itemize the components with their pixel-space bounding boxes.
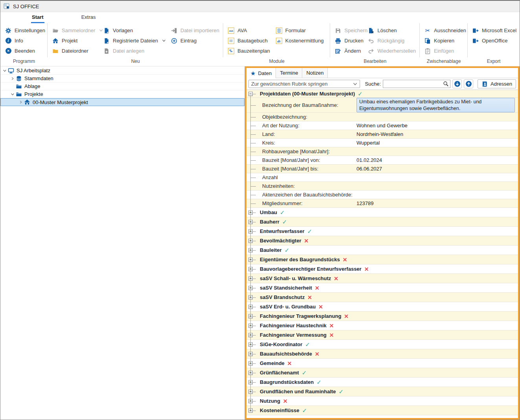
projektdaten-header-row[interactable]: −Projektdaten (00-Muster Musterprojekt)✓ bbox=[246, 90, 518, 98]
expand-expander[interactable]: + bbox=[248, 380, 253, 384]
ribbon-item-drucken[interactable]: Drucken bbox=[335, 37, 368, 45]
expand-expander[interactable]: + bbox=[248, 399, 253, 403]
expand-expander[interactable]: + bbox=[248, 370, 253, 375]
ribbon-item-kostenermittlung[interactable]: Kostenermittlung bbox=[276, 37, 326, 45]
section-row-fachingenieur-tragwerksplanung[interactable]: +Fachingenieur Tragwerksplanung✕ bbox=[246, 312, 518, 321]
expand-expander[interactable]: + bbox=[248, 352, 253, 356]
tree-item-00-muster-musterprojekt[interactable]: 00-Muster Musterprojekt bbox=[0, 98, 244, 106]
tab-daten[interactable]: ★ Daten bbox=[246, 68, 276, 78]
section-row-bauvorlageberechtiger-entwurfsverfasser[interactable]: +Bauvorlageberechtiger Entwurfsverfasser… bbox=[246, 264, 518, 274]
search-next-button[interactable] bbox=[452, 79, 462, 88]
chevron-down-icon[interactable] bbox=[10, 92, 15, 96]
expand-expander[interactable]: + bbox=[248, 248, 253, 252]
section-row-sasv-standsicherheit[interactable]: +saSV Standsicherheit✕ bbox=[246, 283, 518, 293]
section-row-sasv-erd-u-grundbau[interactable]: +saSV Erd- u. Grundbau✕ bbox=[246, 302, 518, 312]
expand-expander[interactable]: + bbox=[248, 210, 253, 215]
rubric-dropdown[interactable]: Zur gewünschten Rubrik springen bbox=[248, 80, 360, 88]
section-row-eigent-mer-des-baugrundst-cks[interactable]: +Eigentümer des Baugrundstücks✕ bbox=[246, 255, 518, 264]
expand-expander[interactable]: + bbox=[248, 342, 253, 347]
section-row-sasv-brandschutz[interactable]: +saSV Brandschutz✕ bbox=[246, 293, 518, 302]
ribbon-item-bauzeitenplan[interactable]: Bauzeitenplan bbox=[228, 47, 276, 55]
ribbon-item-kopieren[interactable]: Kopieren bbox=[424, 37, 466, 45]
collapse-expander[interactable]: − bbox=[248, 92, 253, 96]
ribbon-item-r-ckg-ngig[interactable]: Rückgängig bbox=[368, 37, 415, 45]
ribbon-item-ndern[interactable]: Ändern bbox=[335, 47, 368, 55]
field-value[interactable]: 01.02.2024 bbox=[356, 157, 518, 163]
ribbon-item-eintrag[interactable]: Eintrag bbox=[171, 37, 218, 45]
ribbon-item-l-schen[interactable]: Löschen bbox=[368, 26, 415, 35]
expand-expander[interactable]: + bbox=[248, 333, 253, 337]
field-row-objektbezeichnung[interactable]: Objektbezeichnung: bbox=[246, 113, 518, 121]
tree-item-sj-arbeitsplatz[interactable]: SJ Arbeitsplatz bbox=[0, 67, 244, 75]
ribbon-item-openoffice[interactable]: OpenOffice bbox=[472, 37, 516, 45]
field-row-bauzeit-monat-jahr-bis[interactable]: Bauzeit [Monat/Jahr] bis:06.06.2027 bbox=[246, 165, 518, 173]
ribbon-item-speichern[interactable]: Speichern bbox=[335, 26, 368, 35]
search-prev-button[interactable] bbox=[464, 79, 473, 88]
ribbon-item-datei-anlegen[interactable]: Datei anlegen bbox=[103, 47, 171, 55]
ribbon-tab-start[interactable]: Start bbox=[31, 12, 44, 23]
ribbon-item-ava[interactable]: AVAAVA bbox=[228, 26, 276, 35]
field-row-anzahl[interactable]: Anzahl bbox=[246, 173, 518, 182]
tree-item-ablage[interactable]: Ablage bbox=[0, 83, 244, 90]
tree-item-stammdaten[interactable]: Stammdaten bbox=[0, 75, 244, 83]
expand-expander[interactable]: + bbox=[248, 389, 253, 394]
section-row-grundfl-chen-und-rauminhalte[interactable]: +Grundflächen und Rauminhalte✓ bbox=[246, 387, 518, 396]
ribbon-item-vorlagen[interactable]: Vorlagen bbox=[103, 26, 171, 35]
expand-expander[interactable]: + bbox=[248, 276, 253, 281]
field-row-aktenzeichen-der-bauaufsichtsbeh-rde[interactable]: Aktenzeichen der Bauaufsichtsbehörde: bbox=[246, 191, 518, 199]
section-row-bauleiter[interactable]: +Bauleiter✓ bbox=[246, 246, 518, 255]
section-row-sige-koordinator[interactable]: +SiGe-Koordinator✓ bbox=[246, 340, 518, 349]
expand-expander[interactable]: + bbox=[248, 267, 253, 271]
section-row-fachingenieur-haustechnik[interactable]: +Fachingenieur Haustechnik✕ bbox=[246, 321, 518, 330]
field-value[interactable]: Wuppertal bbox=[356, 140, 518, 146]
section-row-gemeinde[interactable]: +Gemeinde✕ bbox=[246, 359, 518, 368]
ribbon-item-dateiordner[interactable]: Dateiordner bbox=[52, 47, 103, 55]
ribbon-item-registrierte-dateien[interactable]: Registrierte Dateien bbox=[103, 37, 171, 45]
field-row-bezeichnung-der-bauma-nahme[interactable]: Bezeichnung der Baumaßnahme:Umbau eines … bbox=[246, 98, 518, 113]
field-row-nutzeinheiten[interactable]: Nutzeinheiten: bbox=[246, 182, 518, 191]
field-row-mitgliedsnummer[interactable]: Mitgliedsnummer:123789 bbox=[246, 199, 518, 208]
field-value[interactable]: Nordrhein-Westfalen bbox=[356, 131, 518, 137]
ribbon-tab-extras[interactable]: Extras bbox=[81, 12, 97, 23]
tab-termine[interactable]: Termine bbox=[276, 68, 302, 78]
field-row-art-der-nutzung[interactable]: Art der Nutzung:Wohnen und Gewerbe bbox=[246, 121, 518, 130]
expand-expander[interactable]: + bbox=[248, 257, 253, 262]
ribbon-item-sammelordner[interactable]: Sammelordner bbox=[52, 26, 103, 35]
ribbon-item-projekt[interactable]: Projekt bbox=[52, 37, 103, 45]
expand-expander[interactable]: + bbox=[248, 361, 253, 365]
chevron-down-icon[interactable] bbox=[2, 69, 7, 73]
ribbon-item-bautagebuch[interactable]: Bautagebuch bbox=[228, 37, 276, 45]
search-input[interactable] bbox=[383, 81, 443, 87]
field-row-rohbauvergabe-monat-jahr[interactable]: Rohbauvergabe [Monat/Jahr]: bbox=[246, 147, 518, 156]
field-value[interactable]: 06.06.2027 bbox=[356, 166, 518, 172]
section-row-fachingenieur-vermessung[interactable]: +Fachingenieur Vermessung✕ bbox=[246, 330, 518, 340]
tree-item-projekte[interactable]: Projekte bbox=[0, 90, 244, 98]
ribbon-item-ausschneiden[interactable]: ✂Ausschneiden bbox=[424, 26, 466, 35]
chevron-right-icon[interactable] bbox=[18, 100, 24, 104]
adressen-button[interactable]: Adressen bbox=[478, 79, 516, 88]
section-row-nutzung[interactable]: +Nutzung✕ bbox=[246, 396, 518, 406]
ribbon-item-microsoft-excel[interactable]: Microsoft Excel bbox=[472, 26, 516, 35]
expand-expander[interactable]: + bbox=[248, 229, 253, 233]
expand-expander[interactable]: + bbox=[248, 323, 253, 328]
field-value[interactable]: Wohnen und Gewerbe bbox=[356, 123, 518, 128]
expand-expander[interactable]: + bbox=[248, 314, 253, 318]
section-row-entwurfsverfasser[interactable]: +Entwurfsverfasser✓ bbox=[246, 227, 518, 236]
ribbon-item-datei-importieren[interactable]: Datei importieren bbox=[171, 26, 218, 35]
section-row-sasv-schall-u-w-rmeschutz[interactable]: +saSV Schall- u. Wärmeschutz✕ bbox=[246, 274, 518, 283]
expand-expander[interactable]: + bbox=[248, 220, 253, 224]
expand-expander[interactable]: + bbox=[248, 238, 253, 243]
field-row-bauzeit-monat-jahr-von[interactable]: Bauzeit [Monat/Jahr] von:01.02.2024 bbox=[246, 156, 518, 165]
ribbon-item-einf-gen[interactable]: Einfügen bbox=[424, 47, 466, 55]
ribbon-item-info[interactable]: iInfo bbox=[5, 37, 45, 45]
chevron-right-icon[interactable] bbox=[10, 77, 15, 81]
expand-expander[interactable]: + bbox=[248, 295, 253, 299]
section-row-bauaufsichtsbeh-rde[interactable]: +Bauaufsichtsbehörde✕ bbox=[246, 349, 518, 359]
section-row-umbau[interactable]: +Umbau✓ bbox=[246, 208, 518, 217]
field-row-kreis[interactable]: Kreis:Wuppertal bbox=[246, 139, 518, 147]
field-value-selected[interactable]: Umbau eines ehemaligen Farbrikgebäudes z… bbox=[356, 98, 515, 112]
field-value[interactable]: 123789 bbox=[356, 200, 518, 206]
section-row-kosteneinfl-sse[interactable]: +Kosteneinflüsse✓ bbox=[246, 406, 518, 415]
section-row-bevollm-chtigter[interactable]: +Bevollmächtigter✕ bbox=[246, 236, 518, 246]
section-row-baugrundst-cksdaten[interactable]: +Baugrundstücksdaten✓ bbox=[246, 378, 518, 387]
